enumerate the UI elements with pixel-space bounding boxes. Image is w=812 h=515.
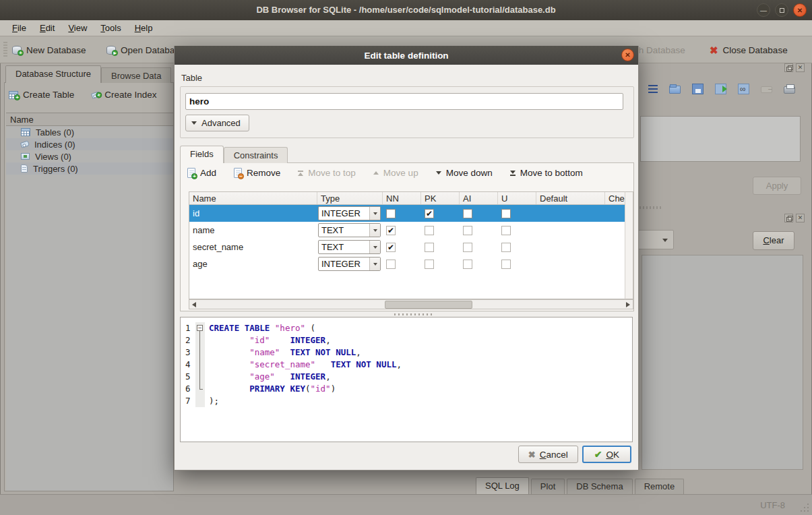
u-checkbox[interactable] [501,260,511,269]
toolbar-drag-handle[interactable] [3,42,7,58]
chevron-down-icon[interactable] [369,207,380,220]
move-up-button[interactable]: Move up [373,168,418,178]
column-header-u[interactable]: U [498,192,536,204]
close-button-icon[interactable]: ✕ [793,3,807,17]
field-default-cell[interactable] [536,205,605,222]
type-dropdown[interactable]: INTEGER [318,257,381,271]
chevron-down-icon[interactable] [369,241,380,253]
tab-sql-log[interactable]: SQL Log [476,477,529,494]
tab-database-structure[interactable]: Database Structure [5,65,101,83]
ai-checkbox[interactable] [463,260,472,269]
set-null-icon[interactable] [761,86,772,93]
scrollbar-thumb[interactable] [385,301,472,309]
field-default-cell[interactable] [536,239,605,255]
field-name-cell[interactable]: id [189,205,317,222]
fold-margin[interactable]: − [195,322,205,334]
move-to-top-button[interactable]: Move to top [298,168,356,178]
move-down-button[interactable]: Move down [436,168,493,178]
tree-header-name[interactable]: Name [6,113,173,126]
menu-tools[interactable]: Tools [94,22,127,34]
link-icon[interactable] [738,84,749,94]
close-database-button[interactable]: ✖ Close Database [710,41,788,59]
tree-item-indices[interactable]: Indices (0) [6,138,173,150]
tab-db-schema[interactable]: DB Schema [567,479,632,494]
field-default-cell[interactable] [536,222,605,239]
open-file-icon[interactable] [669,86,681,94]
column-header-ai[interactable]: AI [460,192,498,204]
nn-checkbox[interactable] [386,260,396,269]
maximize-button-icon[interactable] [775,3,788,17]
pk-checkbox[interactable] [425,260,434,269]
add-field-button[interactable]: + Add [187,168,216,178]
column-header-default[interactable]: Default [536,192,605,204]
field-check-cell[interactable] [605,222,625,239]
scroll-left-icon[interactable] [192,302,196,307]
type-dropdown[interactable]: TEXT [318,223,381,237]
cell-editor-textarea[interactable] [640,116,801,162]
tab-plot[interactable]: Plot [531,479,565,494]
u-checkbox[interactable] [501,209,511,218]
horizontal-scrollbar[interactable] [189,299,633,309]
menu-edit[interactable]: Edit [33,22,61,34]
u-checkbox[interactable] [501,226,511,235]
type-dropdown[interactable]: TEXT [318,240,381,254]
u-checkbox[interactable] [501,243,511,252]
apply-button[interactable]: Apply [753,177,801,195]
tab-browse-data[interactable]: Browse Data [101,67,171,83]
menu-file[interactable]: File [5,22,33,34]
chevron-down-icon[interactable] [369,224,380,237]
tab-remote[interactable]: Remote [635,479,685,494]
nn-checkbox[interactable]: ✔ [386,226,396,235]
menu-view[interactable]: View [61,22,94,34]
sql-log-area[interactable] [642,255,803,470]
create-index-button[interactable]: + Create Index [92,90,156,100]
open-database-button[interactable]: ▸ Open Database [106,41,185,59]
export-icon[interactable] [715,84,726,94]
chevron-down-icon[interactable] [369,258,380,270]
new-database-button[interactable]: + New Database [12,41,86,59]
dock-float-icon[interactable] [784,63,793,72]
cancel-button[interactable]: ✖ Cancel [518,446,578,463]
minimize-button-icon[interactable]: — [757,3,770,17]
scroll-right-icon[interactable] [626,302,630,307]
ai-checkbox[interactable] [463,209,472,218]
column-header-pk[interactable]: PK [421,192,460,204]
dock-close-icon[interactable]: ✕ [796,63,805,72]
advanced-button[interactable]: Advanced [185,115,249,131]
splitter-handle[interactable] [394,313,432,315]
clear-button[interactable]: Clear [753,231,794,250]
field-check-cell[interactable] [605,255,625,272]
pk-checkbox[interactable]: ✔ [425,209,434,218]
field-check-cell[interactable] [605,205,625,222]
window-titlebar[interactable]: DB Browser for SQLite - /home/user/code/… [0,0,812,20]
create-table-button[interactable]: + Create Table [9,90,74,100]
field-name-cell[interactable]: secret_name [189,239,317,255]
resize-grip[interactable] [800,503,809,512]
column-header-type[interactable]: Type [317,192,383,204]
text-format-icon[interactable] [648,85,658,93]
remove-field-button[interactable]: − Remove [234,168,280,178]
fold-collapse-icon[interactable]: − [197,325,203,331]
vertical-scrollbar[interactable] [625,191,633,299]
encoding-indicator[interactable]: UTF-8 [760,500,785,510]
field-row-name[interactable]: nameTEXT✔ [189,222,625,239]
move-to-bottom-button[interactable]: Move to bottom [510,168,583,178]
field-default-cell[interactable] [536,255,605,272]
ok-button[interactable]: ✔ OK [582,446,631,463]
tree-item-tables[interactable]: Tables (0) [6,126,173,138]
dialog-titlebar[interactable]: Edit table definition ✕ [175,46,638,65]
field-row-id[interactable]: idINTEGER✔ [189,205,625,222]
print-icon[interactable] [784,86,795,94]
menu-help[interactable]: Help [128,22,160,34]
column-header-nn[interactable]: NN [383,192,421,204]
save-file-icon[interactable] [692,84,704,94]
tab-fields[interactable]: Fields [180,146,224,163]
dialog-close-icon[interactable]: ✕ [621,49,634,61]
column-header-name[interactable]: Name [189,192,317,204]
nn-checkbox[interactable]: ✔ [386,243,396,252]
table-name-input[interactable] [185,93,623,110]
pk-checkbox[interactable] [425,243,434,252]
tree-item-triggers[interactable]: Triggers (0) [6,162,173,175]
ai-checkbox[interactable] [463,226,472,235]
field-check-cell[interactable] [605,239,625,255]
